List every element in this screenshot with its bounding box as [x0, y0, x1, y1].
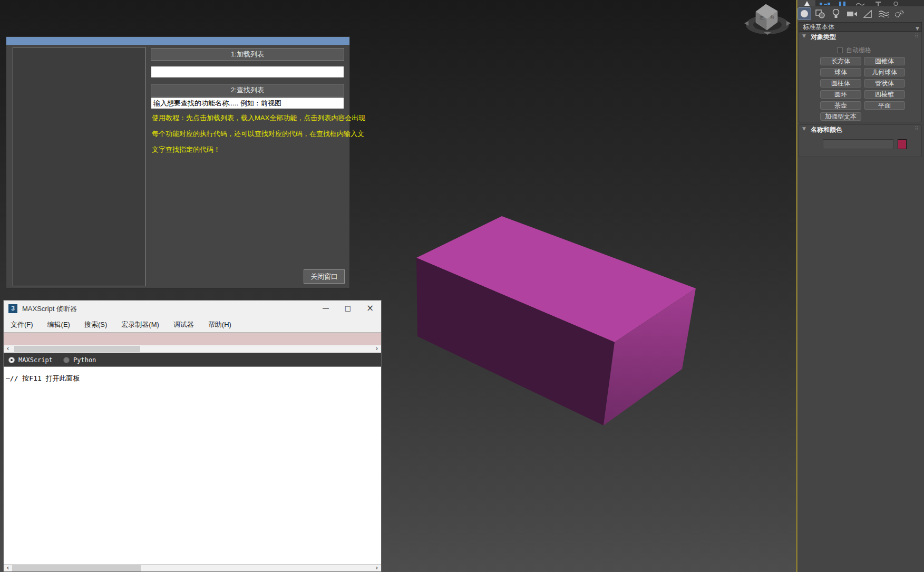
- python-radio[interactable]: Python: [63, 353, 96, 367]
- drag-grip-icon[interactable]: ⠿: [915, 33, 918, 40]
- tutorial-line-3: 文字查找指定的代码！: [152, 145, 220, 156]
- sphere-button[interactable]: 球体: [820, 68, 861, 76]
- viewcube-front-face[interactable]: [767, 11, 777, 30]
- output-pane-scrollbar[interactable]: ‹ ›: [4, 564, 381, 571]
- scroll-right-icon[interactable]: ›: [373, 565, 381, 572]
- close-icon[interactable]: ×: [359, 300, 381, 317]
- menu-help[interactable]: 帮助(H): [208, 320, 231, 329]
- code-display-field[interactable]: [151, 66, 344, 78]
- tab-hierarchy[interactable]: [833, 0, 851, 6]
- cone-button[interactable]: 圆锥体: [864, 57, 905, 65]
- load-list-button[interactable]: 1:加载列表: [151, 48, 344, 61]
- teapot-button[interactable]: 茶壶: [820, 101, 861, 110]
- name-color-rollout: ▼ 名称和颜色 ⠿: [799, 124, 922, 157]
- autogrid-label: 自动栅格: [846, 46, 871, 55]
- object-color-swatch[interactable]: [898, 139, 907, 149]
- menu-edit[interactable]: 编辑(E): [47, 320, 70, 329]
- viewcube-top-face[interactable]: [756, 4, 777, 19]
- close-window-button[interactable]: 关闭窗口: [304, 269, 345, 284]
- radio-selected-icon[interactable]: [8, 357, 15, 363]
- viewcube-left-face[interactable]: [756, 12, 767, 30]
- object-type-rollout: ▼ 对象类型 ⠿ 自动栅格 长方体 圆锥体 球体 几何球体 圆柱体 管状体 圆环…: [799, 32, 922, 122]
- ruler-triangle-icon: [863, 10, 872, 18]
- rollout-collapse-icon: ▼: [802, 33, 806, 38]
- scrollbar-thumb[interactable]: [14, 346, 140, 352]
- create-tab-icon: [804, 1, 810, 6]
- category-systems[interactable]: [892, 7, 906, 20]
- dialog-titlebar[interactable]: [6, 37, 349, 45]
- category-cameras[interactable]: [845, 7, 859, 20]
- pyramid-button[interactable]: 四棱锥: [864, 90, 905, 99]
- maxscript-listener-window: 3 MAXScript 侦听器 — □ × 文件(F) 编辑(E) 搜索(S) …: [3, 300, 382, 572]
- 3dsmax-application-window: { "icons": { "max_logo_glyph": "3", "min…: [0, 0, 924, 572]
- scroll-left-icon[interactable]: ‹: [4, 565, 12, 572]
- cylinder-button[interactable]: 圆柱体: [820, 79, 861, 88]
- language-selector-row: MAXScript Python: [4, 353, 381, 366]
- box-top-face[interactable]: [416, 216, 696, 342]
- tab-modify[interactable]: [815, 0, 833, 6]
- listener-menubar: 文件(F) 编辑(E) 搜索(S) 宏录制器(M) 调试器 帮助(H): [4, 317, 381, 332]
- category-shapes[interactable]: [813, 7, 827, 20]
- object-name-field[interactable]: [823, 139, 893, 149]
- menu-file[interactable]: 文件(F): [11, 320, 33, 329]
- category-lights[interactable]: [829, 7, 843, 20]
- gears-icon: [894, 10, 904, 18]
- textplus-button[interactable]: 加强型文本: [820, 112, 861, 121]
- window-title: MAXScript 侦听器: [22, 304, 77, 314]
- menu-debugger[interactable]: 调试器: [173, 320, 194, 329]
- menu-search[interactable]: 搜索(S): [84, 320, 107, 329]
- name-color-rollout-header[interactable]: ▼ 名称和颜色 ⠿: [799, 125, 921, 134]
- find-list-button[interactable]: 2:查找列表: [151, 84, 344, 96]
- plane-button[interactable]: 平面: [864, 101, 905, 110]
- listener-output-text: —// 按F11 打开此面板: [6, 374, 379, 383]
- listener-output-pane[interactable]: —// 按F11 打开此面板: [4, 366, 381, 564]
- utilities-tab-icon: [893, 2, 898, 6]
- python-radio-label: Python: [73, 356, 96, 364]
- rollout-collapse-icon: ▼: [802, 126, 806, 131]
- create-category-row: [797, 6, 920, 21]
- find-input-field[interactable]: [151, 97, 344, 109]
- command-panel-tabs: [797, 0, 924, 6]
- tube-button[interactable]: 管状体: [864, 79, 905, 88]
- listener-titlebar[interactable]: 3 MAXScript 侦听器 — □ ×: [4, 300, 381, 317]
- rollout-title: 名称和颜色: [811, 125, 842, 134]
- object-type-rollout-header[interactable]: ▼ 对象类型 ⠿: [799, 32, 921, 41]
- maxscript-radio-label: MAXScript: [18, 356, 53, 364]
- category-geometry[interactable]: [797, 7, 811, 20]
- autogrid-checkbox[interactable]: [837, 47, 843, 53]
- box-left-face[interactable]: [416, 258, 615, 425]
- dropdown-value: 标准基本体: [803, 23, 834, 31]
- torus-button[interactable]: 圆环: [820, 90, 861, 99]
- drag-grip-icon[interactable]: ⠿: [915, 125, 918, 132]
- scrollbar-thumb[interactable]: [12, 565, 141, 571]
- maxscript-radio[interactable]: MAXScript: [8, 353, 53, 367]
- radio-unselected-icon[interactable]: [63, 357, 70, 363]
- tab-display[interactable]: [869, 0, 887, 6]
- viewcube[interactable]: 左 前: [744, 4, 791, 35]
- category-helpers[interactable]: [861, 7, 874, 20]
- 3dsmax-logo-icon: 3: [8, 304, 17, 313]
- macro-recorder-pane[interactable]: [4, 332, 381, 345]
- menu-macro-recorder[interactable]: 宏录制器(M): [121, 320, 159, 329]
- macro-pane-scrollbar[interactable]: ‹ ›: [4, 345, 381, 353]
- svg-text:前: 前: [770, 15, 774, 20]
- scroll-left-icon[interactable]: ‹: [4, 345, 12, 353]
- function-listbox[interactable]: [13, 47, 145, 286]
- primitive-category-dropdown[interactable]: 标准基本体 ▼: [799, 22, 922, 32]
- maximize-icon[interactable]: □: [337, 300, 359, 317]
- motion-tab-icon: [856, 2, 864, 6]
- geosphere-button[interactable]: 几何球体: [864, 68, 905, 76]
- box-right-face[interactable]: [604, 288, 696, 425]
- box-button[interactable]: 长方体: [820, 57, 861, 65]
- scroll-right-icon[interactable]: ›: [373, 345, 381, 353]
- hierarchy-tab-icon: [839, 2, 847, 6]
- tutorial-line-2: 每个功能对应的执行代码，还可以查找对应的代码，在查找框内输入文: [152, 129, 364, 140]
- minimize-icon[interactable]: —: [315, 300, 337, 317]
- tab-create[interactable]: [797, 0, 815, 6]
- category-space-warps[interactable]: [877, 7, 890, 20]
- light-bulb-icon: [832, 9, 840, 18]
- box-object[interactable]: [416, 216, 696, 425]
- tab-utilities[interactable]: [887, 0, 905, 6]
- shapes-icon: [815, 9, 825, 18]
- tab-motion[interactable]: [851, 0, 869, 6]
